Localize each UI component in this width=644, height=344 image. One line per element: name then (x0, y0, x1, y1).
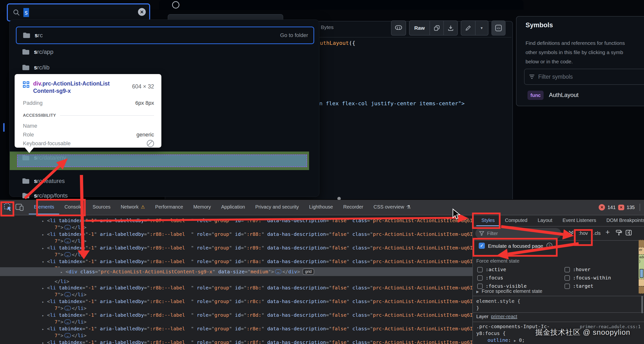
styles-filter-input[interactable]: Filter (475, 228, 561, 239)
pseudo-checkbox-target[interactable] (564, 284, 570, 289)
layer-link[interactable]: primer-react (491, 314, 517, 319)
pseudo-checkbox-active[interactable] (477, 267, 483, 272)
pseudo-checkbox-focus-visible[interactable] (477, 284, 483, 289)
inline-expand-button[interactable]: … (64, 252, 71, 257)
force-specific-state-toggle[interactable]: ▶ Force specific element state (476, 289, 542, 294)
show-all-chevron-icon[interactable] (568, 230, 574, 237)
inline-expand-button[interactable]: … (275, 269, 281, 274)
pseudo-checkbox-hover[interactable] (564, 267, 570, 272)
file-result-src-lib[interactable]: src/lib (16, 61, 313, 74)
error-badge-icon[interactable]: ✕ (599, 204, 605, 211)
elements-dom-tree[interactable]: ▸ <li tabindex="-1" aria-labelledby=":r8… (0, 215, 472, 344)
symbol-item-authlayout[interactable]: AuthLayout (549, 92, 578, 98)
dom-node-open-r8c[interactable]: ▸ <li tabindex="-1" aria-labelledby=":r8… (42, 298, 472, 305)
expander-icon[interactable]: ▸ (60, 270, 63, 274)
devtools-tab-lighthouse[interactable]: Lighthouse (304, 200, 338, 214)
issues-badge-icon[interactable]: ✕ (618, 205, 624, 210)
pseudo-checkbox-focus-within[interactable] (564, 275, 570, 281)
clear-search-button[interactable]: ✕ (138, 8, 146, 16)
not-focusable-icon (147, 140, 154, 147)
expander-icon[interactable]: ▸ (42, 232, 44, 237)
devtools-tab-sources[interactable]: Sources (88, 200, 116, 214)
dom-node-open-r89[interactable]: ▸ <li tabindex="-1" aria-labelledby=":r8… (42, 244, 472, 252)
toggle-element-state-button[interactable]: :hov (579, 231, 588, 236)
grid-badge[interactable]: grid (302, 269, 314, 275)
dom-node-selected-div[interactable]: ▸ <div class="prc-ActionList-ActionListC… (60, 268, 314, 276)
dom-node-open-r87[interactable]: ▸ <li tabindex="-1" aria-labelledby=":r8… (42, 217, 472, 224)
devtools-tab-network[interactable]: Network ⚠ (116, 200, 150, 214)
sidebar-tab-dom-breakpoints[interactable]: DOM Breakpoints (601, 215, 644, 226)
sidebar-panel-icon[interactable] (626, 230, 632, 237)
sidebar-tab-event-listeners[interactable]: Event Listeners (558, 215, 601, 226)
error-count[interactable]: 141 (608, 205, 616, 210)
inline-expand-button[interactable]: … (64, 239, 71, 243)
rule-outline-declaration[interactable]: outline: ▶ 0; (488, 337, 525, 343)
symbols-description: Find definitions and references for func… (526, 38, 644, 66)
dom-node-wrap-close[interactable]: 7">…</li> (54, 224, 86, 231)
dom-node-open-r8f[interactable]: ▸ <li tabindex="-1" aria-labelledby=":r8… (42, 339, 472, 344)
devtools-tab-privacy-and-security[interactable]: Privacy and security (250, 200, 304, 214)
filter-symbols-input[interactable]: Filter symbols (524, 69, 644, 85)
file-result-src-features[interactable]: src/features (16, 174, 313, 188)
expander-icon[interactable]: ▸ (42, 286, 44, 290)
expander-icon[interactable]: ▾ (42, 260, 44, 264)
element-style-open[interactable]: element.style { (476, 298, 520, 304)
new-style-rule-button[interactable]: + (606, 228, 610, 236)
sidebar-tab-styles[interactable]: Styles (476, 215, 500, 226)
expander-icon[interactable]: ▸ (42, 246, 44, 251)
expander-icon[interactable]: ▸ (42, 300, 44, 304)
dom-node-wrap-close[interactable]: 7">…</li> (54, 332, 86, 339)
devtools-tab-performance[interactable]: Performance (150, 200, 188, 214)
copy-raw-button[interactable] (430, 25, 444, 31)
dom-node-wrap-close[interactable]: 7">…</li> (54, 319, 86, 325)
inline-expand-button[interactable]: … (64, 225, 71, 230)
devtools-tab-memory[interactable]: Memory (188, 200, 216, 214)
dom-node-wrap-close[interactable]: 7">…</li> (54, 291, 86, 298)
go-to-file-search-input[interactable]: s ✕ (7, 3, 150, 21)
paint-icon[interactable] (616, 230, 622, 237)
dom-node-wrap-close[interactable]: 7">…</li> (54, 238, 86, 244)
inline-expand-button[interactable]: … (64, 320, 71, 324)
dom-node-wrap-close[interactable]: 7">…</li> (54, 305, 86, 312)
pseudo-checkbox-focus[interactable] (477, 275, 483, 281)
code-view-toggle-button[interactable]: <> (492, 20, 506, 35)
devtools-tab-elements[interactable]: Elements (29, 200, 59, 214)
issue-count[interactable]: 135 (627, 205, 635, 210)
inspect-element-button[interactable] (4, 203, 13, 213)
dom-node-close[interactable]: </li> (54, 278, 69, 285)
inline-expand-button[interactable]: … (64, 333, 71, 338)
inspect-tooltip: div.prc-ActionList-ActionList Content-sg… (15, 74, 161, 148)
file-result-src-app[interactable]: src/app (16, 45, 313, 59)
inline-expand-button[interactable]: … (64, 306, 71, 311)
download-button[interactable] (444, 25, 457, 31)
dom-node-open-r88[interactable]: ▸ <li tabindex="-1" aria-labelledby=":r8… (42, 231, 472, 238)
expander-icon[interactable]: ▸ (42, 313, 44, 318)
expander-icon[interactable]: ▸ (42, 219, 44, 223)
devtools-tab-recorder[interactable]: Recorder (338, 200, 368, 214)
flask-icon: ⚗ (406, 204, 411, 210)
dom-node-open-r8a[interactable]: ▾ <li tabindex="-1" aria-labelledby=":r8… (42, 258, 472, 265)
edit-button[interactable] (462, 25, 475, 31)
devtools-tab-application[interactable]: Application (216, 200, 250, 214)
copilot-button[interactable] (391, 20, 406, 35)
expander-icon[interactable]: ▸ (42, 327, 44, 331)
devtools-tab-console[interactable]: Console (59, 200, 87, 214)
inline-expand-button[interactable]: … (64, 292, 71, 297)
sidebar-tab-layout[interactable]: Layout (532, 215, 558, 226)
help-icon[interactable]: ? (546, 243, 552, 249)
file-result-src[interactable]: srcGo to folder (16, 26, 314, 44)
emulate-focused-page-checkbox[interactable]: ✓ (479, 243, 485, 249)
edit-dropdown-button[interactable]: ▼ (476, 26, 488, 30)
sidebar-tab-computed[interactable]: Computed (500, 215, 532, 226)
dom-node-open-r8d[interactable]: ▸ <li tabindex="-1" aria-labelledby=":r8… (42, 312, 472, 319)
dom-node-open-r8b[interactable]: ▸ <li tabindex="-1" aria-labelledby=":r8… (42, 284, 472, 292)
dom-node-wrap-close[interactable]: 7">…</li> (54, 251, 86, 258)
force-element-state-label: Force element state (476, 258, 520, 264)
device-toolbar-button[interactable] (15, 203, 24, 212)
raw-button[interactable]: Raw (410, 25, 430, 31)
toggle-class-button[interactable]: .cls (593, 231, 600, 236)
devtools-tab-css-overview[interactable]: CSS overview ⚗ (368, 200, 416, 214)
dom-node-open-r8e[interactable]: ▸ <li tabindex="-1" aria-labelledby=":r8… (42, 325, 472, 333)
scrollbar-thumb[interactable] (641, 296, 643, 313)
expander-icon[interactable]: ▸ (42, 341, 44, 344)
